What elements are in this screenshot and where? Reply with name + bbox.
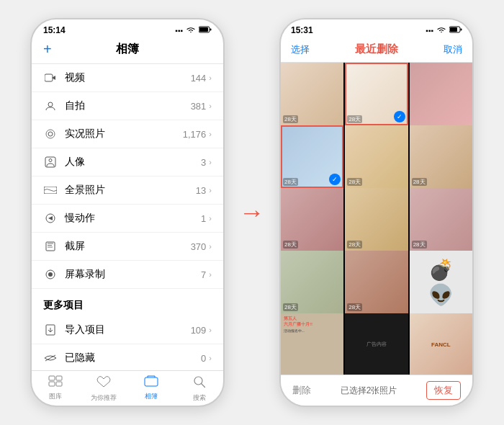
arrow-icon: →: [239, 197, 265, 228]
album-item-screenshot[interactable]: 截屏 370 ›: [32, 233, 223, 261]
selected-check-2: ✓: [394, 111, 405, 122]
svg-rect-32: [450, 27, 457, 32]
right-header: 选择 最近删除 取消: [281, 38, 472, 63]
svg-rect-3: [45, 74, 53, 81]
album-item-panorama[interactable]: 全景照片 13 ›: [32, 176, 223, 205]
svg-rect-24: [49, 376, 55, 380]
photo-cell-11[interactable]: 28天: [345, 251, 408, 313]
album-list: 视频 144 › 自拍 381 › 实况照片 1,176 ›: [32, 64, 223, 370]
photo-grid: 28天 28天 ✓ 28天 ✓ 28天 28天 28天: [281, 63, 472, 375]
import-icon: [43, 323, 58, 337]
album-tab-icon: [144, 375, 158, 390]
album-item-selfie[interactable]: 自拍 381 ›: [32, 92, 223, 120]
search-tab-icon: [193, 375, 206, 392]
svg-rect-1: [199, 27, 208, 32]
selected-check-4: ✓: [329, 174, 341, 185]
svg-point-17: [48, 272, 53, 277]
header-left: + 相簿: [32, 38, 223, 64]
album-item-live[interactable]: 实况照片 1,176 ›: [32, 120, 223, 148]
photo-cell-3[interactable]: [410, 63, 472, 125]
album-item-videos[interactable]: 视频 144 ›: [32, 64, 223, 92]
tab-search[interactable]: 搜索: [176, 375, 224, 403]
photo-cell-15[interactable]: FANCL: [410, 313, 472, 375]
select-button[interactable]: 选择: [291, 43, 310, 56]
battery-icon: [199, 26, 212, 35]
wifi-icon: [186, 26, 196, 35]
signal-right-icon: ▪▪▪: [426, 27, 433, 35]
live-icon: [43, 127, 58, 141]
svg-point-9: [49, 159, 52, 162]
add-button[interactable]: +: [43, 41, 52, 58]
time-left: 15:14: [43, 25, 66, 35]
svg-rect-28: [145, 377, 158, 386]
portrait-icon: [43, 155, 58, 169]
photo-cell-7[interactable]: 28天: [281, 188, 343, 251]
tab-for-you-label: 为你推荐: [91, 393, 117, 403]
left-phone: 15:14 ▪▪▪ + 相簿 视频 144: [30, 18, 225, 407]
tab-gallery[interactable]: 图库: [32, 375, 80, 403]
photo-cell-2[interactable]: 28天 ✓: [345, 63, 408, 125]
photo-cell-12[interactable]: 💣 👽: [410, 251, 472, 313]
gallery-tab-icon: [48, 375, 63, 390]
album-item-screenrecord[interactable]: 屏幕录制 7 ›: [32, 261, 223, 289]
photo-cell-9[interactable]: 28天: [410, 188, 472, 251]
tab-search-label: 搜索: [193, 393, 206, 403]
photo-cell-13[interactable]: 第五人六月广播十月!! 活动报名中...: [281, 313, 343, 375]
status-bar-left: 15:14 ▪▪▪: [32, 19, 223, 38]
svg-point-7: [46, 130, 55, 138]
svg-rect-26: [49, 382, 55, 386]
screenshot-icon: [43, 239, 58, 254]
tab-bar-left: 图库 为你推荐 相簿 搜索: [32, 370, 223, 406]
status-bar-right: 15:31 ▪▪▪: [281, 19, 472, 38]
album-item-hidden[interactable]: 已隐藏 0 ›: [32, 344, 223, 370]
right-phone: 15:31 ▪▪▪ 选择 最近删除 取消 28天 2: [279, 18, 474, 407]
svg-rect-33: [461, 29, 462, 31]
tab-album[interactable]: 相簿: [127, 375, 176, 403]
album-item-slowmo[interactable]: 慢动作 1 ›: [32, 205, 223, 233]
tab-gallery-label: 图库: [49, 392, 62, 401]
photo-cell-10[interactable]: 28天: [281, 251, 343, 313]
album-item-portrait[interactable]: 人像 3 ›: [32, 148, 223, 176]
selfie-icon: [43, 99, 58, 113]
album-item-import[interactable]: 导入项目 109 ›: [32, 316, 223, 344]
delete-button[interactable]: 删除: [292, 384, 311, 397]
more-section-header: 更多项目: [32, 289, 223, 316]
svg-point-5: [48, 102, 53, 107]
screenrecord-icon: [43, 267, 58, 282]
panorama-icon: [43, 183, 58, 197]
status-icons-right: ▪▪▪: [426, 26, 462, 35]
page-title-left: 相簿: [116, 42, 139, 57]
photo-cell-6[interactable]: 28天: [410, 125, 472, 188]
selection-count: 已选择2张照片: [341, 385, 397, 397]
tab-for-you[interactable]: 为你推荐: [80, 375, 128, 403]
restore-button[interactable]: 恢复: [426, 381, 461, 400]
arrow-container: →: [239, 197, 265, 228]
wifi-right-icon: [436, 26, 446, 35]
photo-cell-8[interactable]: 28天: [345, 188, 408, 251]
battery-right-icon: [449, 26, 462, 35]
svg-line-30: [201, 384, 204, 388]
for-you-tab-icon: [96, 375, 111, 392]
tab-album-label: 相簿: [145, 392, 158, 401]
right-header-title: 最近删除: [355, 42, 398, 56]
hidden-icon: [43, 351, 58, 365]
cancel-button-right[interactable]: 取消: [444, 43, 462, 56]
bottom-bar-right: 删除 已选择2张照片 恢复: [281, 375, 472, 406]
photo-cell-1[interactable]: 28天: [281, 63, 343, 125]
svg-point-6: [48, 132, 53, 136]
svg-rect-27: [56, 382, 62, 386]
slowmo-icon: [43, 211, 58, 225]
svg-rect-25: [56, 376, 62, 380]
svg-rect-2: [210, 29, 212, 31]
time-right: 15:31: [291, 25, 313, 35]
status-icons-left: ▪▪▪: [175, 26, 212, 35]
photo-cell-5[interactable]: 28天: [345, 125, 408, 188]
photo-cell-14[interactable]: 广告内容: [345, 313, 408, 375]
videos-icon: [43, 71, 58, 85]
signal-icon: ▪▪▪: [175, 27, 183, 35]
photo-cell-4[interactable]: 28天 ✓: [281, 125, 343, 188]
